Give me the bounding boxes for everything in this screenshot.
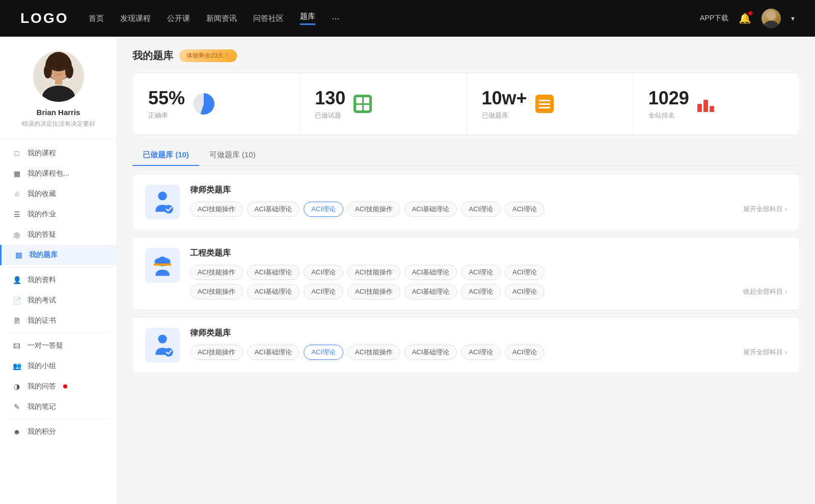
tag-active[interactable]: ACI理论: [304, 202, 343, 217]
sidebar-item-homework[interactable]: ☰ 我的作业: [0, 204, 117, 225]
sidebar-item-material[interactable]: 👤 我的资料: [0, 270, 117, 290]
menu-label: 我的题库: [29, 250, 58, 260]
tag-active[interactable]: ACI理论: [304, 345, 343, 360]
sidebar-item-points[interactable]: ☻ 我的积分: [0, 422, 117, 442]
tag[interactable]: ACI理论: [304, 284, 343, 299]
qbank-tags-1: ACI技能操作 ACI基础理论 ACI理论 ACI技能操作 ACI基础理论 AC…: [190, 202, 787, 217]
tag[interactable]: ACI基础理论: [247, 345, 300, 360]
tab-available[interactable]: 可做题库 (10): [199, 145, 266, 165]
nav-item-home[interactable]: 首页: [89, 14, 104, 23]
tag[interactable]: ACI理论: [304, 265, 343, 280]
menu-label: 我的课程: [28, 149, 56, 158]
topnav: LOGO 首页 发现课程 公开课 新闻资讯 问答社区 题库 ··· APP下载 …: [0, 0, 815, 37]
sidebar-menu: □ 我的课程 ▦ 我的课程包... ☆ 我的收藏 ☰ 我的作业 ◎ 我的答疑 ▤: [0, 139, 117, 446]
nav-avatar[interactable]: [762, 9, 781, 28]
tag[interactable]: ACI理论: [461, 284, 501, 299]
tag[interactable]: ACI理论: [505, 284, 545, 299]
sidebar-divider-3: [8, 419, 108, 419]
sidebar-item-question-bank[interactable]: ▤ 我的题库: [0, 245, 117, 265]
bell-dot: [748, 11, 752, 15]
tag[interactable]: ACI基础理论: [404, 345, 457, 360]
nav-menu: 首页 发现课程 公开课 新闻资讯 问答社区 题库 ···: [89, 12, 700, 25]
tag[interactable]: ACI技能操作: [347, 345, 400, 360]
ranking-icon: [697, 96, 716, 112]
tag[interactable]: ACI理论: [505, 345, 545, 360]
avatar: [33, 51, 84, 102]
nav-item-qa[interactable]: 问答社区: [253, 14, 284, 23]
nav-dropdown-arrow[interactable]: ▾: [791, 14, 795, 22]
stat-accuracy: 55% 正确率: [133, 73, 300, 134]
lawyer-svg-3: [149, 332, 176, 358]
avatar-icon: [762, 9, 781, 28]
nav-app-download[interactable]: APP下载: [700, 14, 728, 23]
expand-link-3[interactable]: 展开全部科目 ›: [743, 348, 787, 357]
nav-bell[interactable]: 🔔: [739, 12, 751, 24]
banks-icon: [535, 95, 554, 113]
sidebar-item-my-courses[interactable]: □ 我的课程: [0, 143, 117, 163]
tag[interactable]: ACI技能操作: [347, 265, 400, 280]
collapse-link-2[interactable]: 收起全部科目 ›: [743, 287, 787, 296]
tag[interactable]: ACI基础理论: [404, 265, 457, 280]
expand-link-1[interactable]: 展开全部科目 ›: [743, 205, 787, 214]
tag[interactable]: ACI基础理论: [247, 202, 300, 217]
tag[interactable]: ACI技能操作: [347, 284, 400, 299]
course-icon: □: [12, 149, 21, 157]
sidebar-item-notes[interactable]: ✎ 我的笔记: [0, 397, 117, 417]
tab-done[interactable]: 已做题库 (10): [132, 145, 199, 165]
sidebar-item-favorites[interactable]: ☆ 我的收藏: [0, 184, 117, 204]
group-icon: 👥: [12, 362, 21, 370]
menu-label: 我的证书: [28, 316, 56, 325]
svg-point-11: [55, 69, 57, 71]
tag[interactable]: ACI理论: [461, 265, 501, 280]
svg-point-21: [164, 348, 173, 356]
nav-right: APP下载 🔔 ▾: [700, 9, 795, 28]
tabs-row: 已做题库 (10) 可做题库 (10): [132, 145, 800, 166]
tag[interactable]: ACI技能操作: [190, 202, 243, 217]
layout: Brian Harris 错误的决定比没有决定要好 □ 我的课程 ▦ 我的课程包…: [0, 37, 815, 504]
sidebar-item-group[interactable]: 👥 我的小组: [0, 356, 117, 376]
tag[interactable]: ACI理论: [505, 202, 545, 217]
sidebar-item-cert[interactable]: 🖹 我的证书: [0, 311, 117, 331]
main-content: 我的题库 体验剩余23天！ 55% 正确率 130 已做试题: [117, 37, 815, 504]
tag[interactable]: ACI技能操作: [347, 202, 400, 217]
sidebar-item-qa[interactable]: ◎ 我的答疑: [0, 225, 117, 245]
stat-done-banks: 10w+ 已做题库: [467, 73, 633, 134]
avatar-svg: [33, 51, 84, 102]
menu-label: 我的作业: [28, 210, 56, 219]
tag[interactable]: ACI技能操作: [190, 345, 243, 360]
nav-item-more[interactable]: ···: [332, 13, 339, 24]
stat-text: 1029 全站排名: [648, 88, 689, 120]
sidebar-item-one-on-one[interactable]: 🖂 一对一答疑: [0, 335, 117, 356]
qbank-tags-3: ACI技能操作 ACI基础理论 ACI理论 ACI技能操作 ACI基础理论 AC…: [190, 345, 787, 360]
sidebar-item-my-qa[interactable]: ◑ 我的问答: [0, 376, 117, 397]
notes-icon: ✎: [12, 403, 21, 411]
tag[interactable]: ACI技能操作: [190, 265, 243, 280]
qbank-title-2: 工程类题库: [190, 248, 787, 259]
question-icon: ◎: [12, 231, 21, 239]
nav-logo[interactable]: LOGO: [20, 10, 68, 26]
tag[interactable]: ACI理论: [505, 265, 545, 280]
tag[interactable]: ACI基础理论: [247, 265, 300, 280]
profile-motto: 错误的决定比没有决定要好: [8, 120, 108, 128]
tag[interactable]: ACI理论: [461, 345, 501, 360]
tag[interactable]: ACI技能操作: [190, 284, 243, 299]
svg-point-7: [44, 64, 52, 78]
points-icon: ☻: [12, 428, 21, 436]
nav-item-bank[interactable]: 题库: [300, 12, 315, 25]
qbank-card-2: 工程类题库 ACI技能操作 ACI基础理论 ACI理论 ACI技能操作 ACI基…: [132, 237, 800, 310]
tag[interactable]: ACI基础理论: [404, 284, 457, 299]
nav-item-courses[interactable]: 发现课程: [120, 14, 151, 23]
svg-rect-18: [154, 264, 172, 266]
sidebar-divider-2: [8, 333, 108, 333]
sidebar-item-course-package[interactable]: ▦ 我的课程包...: [0, 163, 117, 184]
nav-item-open[interactable]: 公开课: [167, 14, 190, 23]
material-icon: 👤: [12, 276, 21, 284]
menu-label: 我的小组: [28, 361, 56, 371]
svg-point-13: [158, 191, 167, 200]
nav-item-news[interactable]: 新闻资讯: [206, 14, 237, 23]
tag[interactable]: ACI理论: [461, 202, 501, 217]
qbank-card-3: 律师类题库 ACI技能操作 ACI基础理论 ACI理论 ACI技能操作 ACI基…: [132, 317, 800, 373]
sidebar-item-exam[interactable]: 📄 我的考试: [0, 290, 117, 311]
tag[interactable]: ACI基础理论: [247, 284, 300, 299]
tag[interactable]: ACI基础理论: [404, 202, 457, 217]
